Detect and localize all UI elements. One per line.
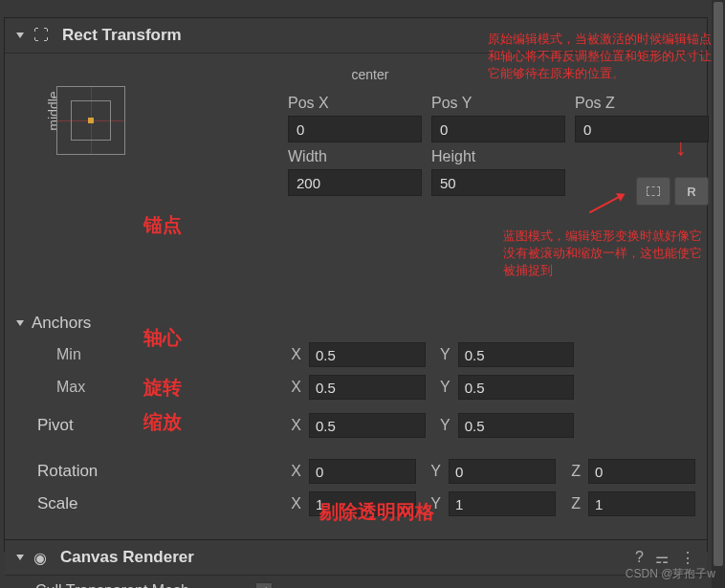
canvas-renderer-title: Canvas Renderer (60, 548, 194, 567)
canvas-renderer-header: ◉ Canvas Renderer ? ⚎ ⋮ (5, 540, 707, 576)
y-label: Y (433, 346, 450, 363)
scale-z-input[interactable] (588, 491, 695, 516)
menu-icon[interactable]: ⋮ (680, 549, 695, 567)
cull-transparent-label: Cull Transparent Mesh (35, 582, 255, 588)
help-icon[interactable]: ? (635, 549, 644, 567)
y-label: Y (433, 379, 450, 396)
raw-mode-button[interactable]: R (674, 177, 709, 206)
anchor-max-y-input[interactable] (458, 375, 575, 400)
anchor-top-label: center (56, 67, 684, 82)
visibility-icon: ◉ (33, 549, 47, 567)
x-label: X (284, 495, 301, 512)
anchor-min-x-input[interactable] (309, 342, 426, 367)
anchors-foldout-icon[interactable] (16, 320, 24, 326)
x-label: X (284, 379, 301, 396)
z-label: Z (563, 463, 581, 480)
posx-input[interactable] (288, 116, 422, 142)
height-label: Height (431, 148, 565, 165)
width-input[interactable] (288, 169, 422, 196)
anchor-max-x-input[interactable] (309, 375, 426, 400)
rect-transform-icon: ⛶ (33, 27, 49, 44)
scale-x-input[interactable] (309, 491, 416, 516)
y-label: Y (433, 417, 450, 434)
posy-label: Pos Y (431, 95, 565, 112)
anchors-label: Anchors (32, 314, 156, 333)
posz-label: Pos Z (575, 95, 709, 112)
cull-transparent-checkbox[interactable]: ✓ (255, 582, 273, 588)
scale-label: Scale (16, 494, 141, 513)
pivot-y-input[interactable] (458, 413, 575, 438)
y-label: Y (424, 495, 441, 512)
rect-transform-title: Rect Transform (62, 26, 182, 45)
z-label: Z (563, 495, 581, 512)
height-input[interactable] (431, 169, 565, 196)
x-label: X (284, 346, 301, 363)
x-label: X (284, 463, 301, 480)
anchor-min-y-input[interactable] (458, 342, 575, 367)
scale-y-input[interactable] (449, 491, 556, 516)
watermark: CSDN @芽孢子w (626, 566, 715, 582)
blueprint-icon (647, 186, 660, 196)
x-label: X (284, 417, 301, 434)
scrollbar[interactable] (712, 0, 725, 588)
rotation-x-input[interactable] (309, 459, 416, 484)
pivot-label: Pivot (16, 416, 141, 435)
foldout-icon[interactable] (16, 555, 24, 560)
anchors-min-label: Min (16, 346, 121, 363)
preset-icon[interactable]: ⚎ (655, 549, 669, 567)
posz-input[interactable] (575, 116, 709, 142)
y-label: Y (424, 463, 441, 480)
pivot-x-input[interactable] (309, 413, 426, 438)
rotation-label: Rotation (16, 462, 141, 481)
rotation-z-input[interactable] (588, 459, 695, 484)
rect-transform-header: ⛶ Rect Transform (5, 18, 707, 54)
rotation-y-input[interactable] (449, 459, 556, 484)
blueprint-mode-button[interactable] (636, 177, 670, 206)
posy-input[interactable] (431, 116, 565, 142)
width-label: Width (288, 148, 422, 165)
scrollbar-thumb[interactable] (714, 2, 723, 566)
posx-label: Pos X (288, 95, 422, 112)
foldout-icon[interactable] (16, 33, 24, 38)
anchors-max-label: Max (16, 379, 121, 396)
